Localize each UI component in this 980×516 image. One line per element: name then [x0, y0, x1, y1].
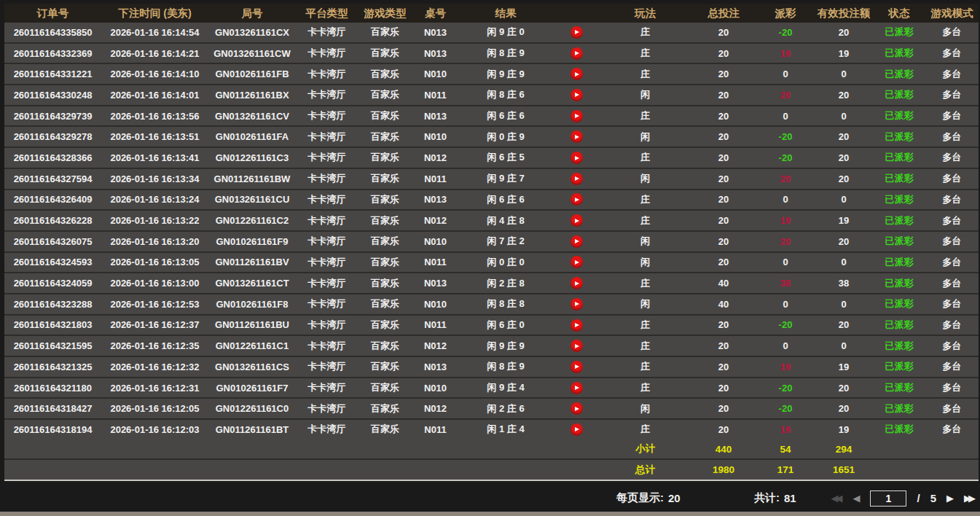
cell-order: 260116164324059 — [4, 273, 101, 294]
per-page-label: 每页显示: — [616, 491, 664, 505]
cell-payout: 0 — [756, 106, 815, 127]
cell-round: GN010261161F9 — [208, 231, 296, 252]
cell-order: 260116164332369 — [4, 43, 101, 64]
col-header-status: 状态 — [873, 4, 925, 23]
page-input[interactable] — [870, 490, 906, 507]
replay-icon[interactable] — [571, 235, 583, 248]
table-row: 2601161643213252026-01-16 16:12:32GN0132… — [4, 356, 979, 378]
cell-play: 闲 — [600, 252, 691, 273]
cell-play: 庄 — [600, 273, 691, 294]
replay-icon[interactable] — [571, 47, 583, 60]
cell-status: 已派彩 — [873, 210, 925, 231]
cell-valid-bet: 20 — [815, 23, 873, 43]
cell-result: 闲 8 庄 9 — [458, 356, 553, 378]
col-header-play-type: 玩法 — [600, 4, 691, 23]
cell-status: 已派彩 — [873, 335, 925, 356]
cell-status: 已派彩 — [873, 419, 925, 439]
first-page-button[interactable]: ◀◀ — [831, 493, 842, 503]
cell-replay — [553, 147, 600, 168]
cell-replay — [553, 189, 600, 211]
cell-game: 百家乐 — [358, 168, 412, 189]
cell-table-no: N012 — [412, 398, 458, 419]
last-page-button[interactable]: ▶▶ — [964, 493, 976, 503]
cell-platform: 卡卡湾厅 — [296, 315, 358, 336]
cell-time: 2026-01-16 16:13:22 — [101, 210, 208, 231]
col-header-round: 局号 — [208, 4, 296, 23]
cell-game: 百家乐 — [358, 126, 412, 147]
cell-play: 庄 — [600, 63, 691, 85]
cell-order: 260116164323288 — [4, 294, 101, 315]
cell-order: 260116164326075 — [4, 231, 101, 252]
replay-icon[interactable] — [571, 193, 583, 206]
subtotal-payout: 54 — [756, 439, 815, 460]
cell-game: 百家乐 — [358, 63, 412, 85]
grand-total-row: 总计 1980 171 1651 — [4, 459, 979, 480]
cell-result: 闲 9 庄 0 — [458, 23, 553, 43]
cell-valid-bet: 0 — [815, 294, 873, 315]
table-row: 2601161643297392026-01-16 16:13:56GN0132… — [4, 106, 979, 127]
cell-replay — [553, 335, 600, 356]
cell-round: GN011261161BX — [208, 85, 296, 106]
replay-icon[interactable] — [571, 110, 583, 122]
replay-icon[interactable] — [571, 214, 583, 227]
cell-round: GN012261161C3 — [208, 147, 296, 168]
replay-icon[interactable] — [571, 298, 583, 310]
cell-status: 已派彩 — [873, 398, 925, 419]
cell-game: 百家乐 — [358, 231, 412, 252]
cell-time: 2026-01-16 16:13:05 — [101, 252, 208, 273]
col-header-mode: 游戏模式 — [925, 4, 979, 23]
replay-icon[interactable] — [571, 152, 583, 164]
total-pages: 5 — [930, 492, 936, 504]
replay-icon[interactable] — [571, 319, 583, 332]
replay-icon[interactable] — [571, 340, 583, 352]
next-page-button[interactable]: ▶ — [946, 493, 954, 503]
cell-order: 260116164329739 — [4, 106, 101, 127]
cell-payout: 20 — [756, 231, 815, 252]
cell-replay — [553, 252, 600, 273]
cell-valid-bet: 20 — [815, 126, 873, 147]
replay-icon[interactable] — [571, 130, 583, 143]
replay-icon[interactable] — [571, 423, 583, 436]
replay-icon[interactable] — [571, 68, 583, 80]
cell-time: 2026-01-16 16:12:35 — [101, 335, 208, 356]
cell-total-bet: 20 — [691, 23, 756, 43]
cell-time: 2026-01-16 16:12:32 — [101, 356, 208, 378]
cell-payout: 20 — [756, 168, 815, 189]
replay-icon[interactable] — [571, 382, 583, 394]
cell-replay — [553, 210, 600, 231]
cell-valid-bet: 20 — [815, 231, 873, 252]
cell-valid-bet: 20 — [815, 378, 873, 399]
replay-icon[interactable] — [571, 173, 583, 185]
cell-valid-bet: 0 — [815, 335, 873, 356]
replay-icon[interactable] — [571, 402, 583, 415]
cell-time: 2026-01-16 16:13:41 — [101, 147, 208, 168]
cell-payout: 19 — [756, 419, 815, 439]
cell-play: 庄 — [600, 335, 691, 356]
replay-icon[interactable] — [571, 256, 583, 268]
cell-table-no: N012 — [412, 147, 458, 168]
grand-total-valid-bet: 1651 — [815, 459, 873, 480]
prev-page-button[interactable]: ◀ — [852, 493, 860, 503]
table-row: 2601161643275942026-01-16 16:13:34GN0112… — [4, 168, 979, 189]
cell-payout: 19 — [756, 356, 815, 378]
cell-platform: 卡卡湾厅 — [296, 210, 358, 231]
cell-replay — [553, 378, 600, 399]
cell-mode: 多台 — [925, 231, 979, 252]
cell-result: 闲 6 庄 5 — [458, 147, 553, 168]
cell-play: 庄 — [600, 43, 691, 64]
col-header-platform: 平台类型 — [296, 4, 358, 23]
cell-status: 已派彩 — [873, 43, 925, 64]
replay-icon[interactable] — [571, 26, 583, 39]
cell-valid-bet: 20 — [815, 168, 873, 189]
replay-icon[interactable] — [571, 361, 583, 373]
table-row: 2601161643302482026-01-16 16:14:01GN0112… — [4, 85, 979, 106]
cell-mode: 多台 — [925, 23, 979, 43]
cell-platform: 卡卡湾厅 — [296, 106, 358, 127]
cell-total-bet: 20 — [691, 252, 756, 273]
cell-mode: 多台 — [925, 378, 979, 399]
cell-order: 260116164331221 — [4, 63, 101, 85]
col-header-table-no: 桌号 — [412, 4, 458, 23]
replay-icon[interactable] — [571, 277, 583, 289]
cell-order: 260116164321595 — [4, 335, 101, 356]
replay-icon[interactable] — [571, 89, 583, 101]
